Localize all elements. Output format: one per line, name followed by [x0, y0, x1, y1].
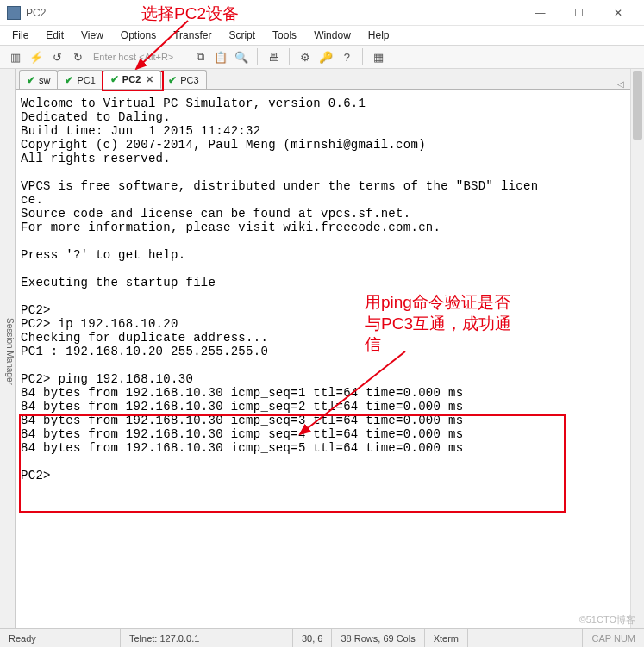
find-icon[interactable]: 🔍 — [233, 48, 250, 65]
status-telnet: Telnet: 127.0.0.1 — [121, 629, 293, 647]
status-spacer — [468, 629, 583, 647]
check-icon: ✔ — [27, 74, 35, 86]
check-icon: ✔ — [65, 74, 73, 86]
menu-tools[interactable]: Tools — [266, 28, 303, 43]
statusbar: Ready Telnet: 127.0.0.1 30, 6 38 Rows, 6… — [0, 628, 644, 647]
disconnect-icon[interactable]: ↻ — [69, 48, 86, 65]
sessions-icon[interactable]: ▦ — [370, 48, 387, 65]
status-caps: CAP NUM — [583, 633, 644, 644]
tab-pc1[interactable]: ✔PC1 — [57, 70, 103, 89]
tab-sw[interactable]: ✔sw — [19, 70, 58, 89]
toolbar-sep-2 — [257, 48, 258, 65]
menu-options[interactable]: Options — [114, 28, 163, 43]
status-size: 38 Rows, 69 Cols — [332, 629, 424, 647]
menu-transfer[interactable]: Transfer — [166, 28, 218, 43]
tab-label: PC1 — [77, 75, 95, 85]
menu-script[interactable]: Script — [222, 28, 262, 43]
menu-file[interactable]: File — [5, 28, 35, 43]
watermark: ©51CTO博客 — [579, 613, 635, 626]
copy-icon[interactable]: ⧉ — [191, 48, 209, 65]
window-title: PC2 — [26, 7, 521, 19]
check-icon: ✔ — [110, 73, 119, 85]
app-icon — [7, 6, 21, 20]
menu-edit[interactable]: Edit — [39, 28, 71, 43]
toolbar-sep-1 — [184, 48, 184, 65]
status-cursor-pos: 30, 6 — [293, 629, 332, 647]
help-icon[interactable]: ? — [338, 48, 355, 65]
quick-connect-icon[interactable]: ⚡ — [28, 48, 45, 65]
menu-window[interactable]: Window — [307, 28, 358, 43]
toolbar-sep-3 — [289, 48, 290, 65]
scrollbar-thumb[interactable] — [633, 71, 642, 140]
tab-label: sw — [39, 75, 50, 85]
toolbar: ▥ ⚡ ↺ ↻ Enter host <Alt+R> ⧉ 📋 🔍 🖶 ⚙ 🔑 ?… — [0, 45, 644, 69]
check-icon: ✔ — [168, 74, 177, 86]
menubar: File Edit View Options Transfer Script T… — [0, 26, 644, 45]
titlebar: PC2 — ☐ ✕ — [0, 0, 644, 26]
print-icon[interactable]: 🖶 — [265, 48, 282, 65]
session-icon[interactable]: ▥ — [7, 48, 24, 65]
tab-label: PC3 — [180, 75, 198, 85]
session-manager-panel[interactable]: Session Manager — [0, 69, 16, 628]
status-term: Xterm — [425, 629, 468, 647]
tab-pc3[interactable]: ✔PC3 — [160, 70, 206, 89]
toolbar-sep-4 — [362, 48, 363, 65]
paste-icon[interactable]: 📋 — [212, 48, 229, 65]
tab-label: PC2 — [122, 74, 141, 84]
maximize-button[interactable]: ☐ — [560, 1, 598, 25]
key-icon[interactable]: 🔑 — [317, 48, 335, 65]
host-input[interactable]: Enter host <Alt+R> — [90, 52, 177, 62]
tabbar: ✔sw ✔PC1 ✔PC2✕ ✔PC3 ◁ ▷ — [16, 69, 644, 90]
tab-close-icon[interactable]: ✕ — [146, 74, 153, 85]
options-icon[interactable]: ⚙ — [297, 48, 314, 65]
close-window-button[interactable]: ✕ — [598, 1, 637, 25]
minimize-button[interactable]: — — [521, 1, 560, 25]
menu-help[interactable]: Help — [361, 28, 397, 43]
content-row: Session Manager ✔sw ✔PC1 ✔PC2✕ ✔PC3 ◁ ▷ … — [0, 69, 644, 628]
vertical-scrollbar[interactable] — [630, 69, 644, 628]
status-ready: Ready — [0, 629, 121, 647]
reconnect-icon[interactable]: ↺ — [48, 48, 66, 65]
main-area: ✔sw ✔PC1 ✔PC2✕ ✔PC3 ◁ ▷ Welcome to Virtu… — [16, 69, 644, 628]
menu-view[interactable]: View — [74, 28, 110, 43]
tab-pc2[interactable]: ✔PC2✕ — [103, 70, 161, 89]
terminal-output[interactable]: Welcome to Virtual PC Simulator, version… — [16, 90, 644, 628]
